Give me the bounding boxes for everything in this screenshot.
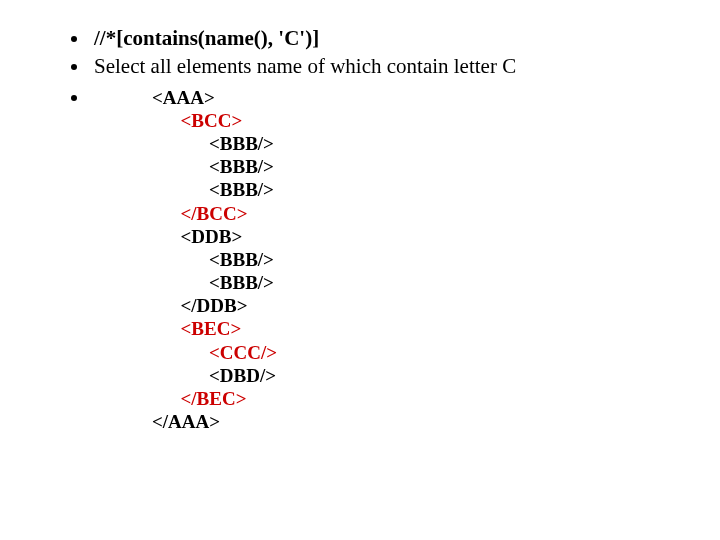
bullet-xpath: //*[contains(name(), 'C')] <box>90 24 680 52</box>
code-line: <BBB/> <box>152 156 274 177</box>
code-line: <BBB/> <box>152 272 274 293</box>
code-line: <BBB/> <box>152 133 274 154</box>
code-line: <DDB> <box>152 226 242 247</box>
bullet-list: //*[contains(name(), 'C')] Select all el… <box>40 24 680 433</box>
code-line: <BEC> <box>152 318 241 339</box>
code-line: </DDB> <box>152 295 248 316</box>
code-line: <CCC/> <box>152 342 277 363</box>
code-line: </AAA> <box>152 411 220 432</box>
xpath-expression: //*[contains(name(), 'C')] <box>94 26 319 50</box>
code-line: <BBB/> <box>152 179 274 200</box>
xml-code-block: <AAA> <BCC> <BBB/> <BBB/> <BBB/> </BCC> … <box>152 86 680 434</box>
code-line: <DBD/> <box>152 365 276 386</box>
bullet-code: <AAA> <BCC> <BBB/> <BBB/> <BBB/> </BCC> … <box>90 83 680 434</box>
bullet-description: Select all elements name of which contai… <box>90 52 680 80</box>
code-line: </BEC> <box>152 388 247 409</box>
code-line: <BBB/> <box>152 249 274 270</box>
code-line: <BCC> <box>152 110 242 131</box>
code-line: <AAA> <box>152 87 215 108</box>
code-line: </BCC> <box>152 203 248 224</box>
